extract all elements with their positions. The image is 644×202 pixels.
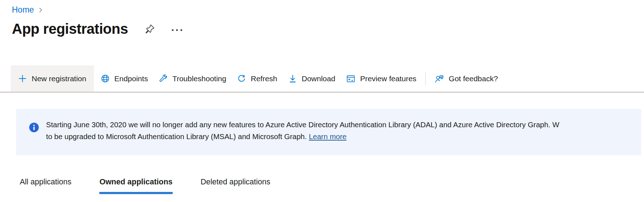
wrench-icon — [159, 74, 168, 83]
feedback-icon — [435, 74, 444, 83]
info-banner: Starting June 30th, 2020 we will no long… — [16, 109, 641, 155]
plus-icon — [18, 74, 27, 83]
download-icon — [288, 74, 297, 83]
tab-all-applications[interactable]: All applications — [20, 178, 71, 194]
got-feedback-button[interactable]: Got feedback? — [429, 65, 503, 92]
learn-more-link[interactable]: Learn more — [309, 132, 346, 141]
banner-line1: Starting June 30th, 2020 we will no long… — [46, 119, 641, 130]
breadcrumb: Home — [12, 5, 44, 15]
refresh-button[interactable]: Refresh — [232, 65, 283, 92]
banner-message: Starting June 30th, 2020 we will no long… — [46, 119, 641, 142]
endpoints-button[interactable]: Endpoints — [95, 65, 153, 92]
command-bar: New registration Endpoints Troubleshooti… — [11, 65, 503, 92]
new-registration-button[interactable]: New registration — [11, 65, 94, 92]
pin-icon[interactable] — [144, 23, 155, 35]
page-title: App registrations — [12, 21, 128, 37]
page-header: App registrations ··· — [12, 21, 184, 37]
info-icon — [29, 122, 39, 133]
troubleshooting-button[interactable]: Troubleshooting — [153, 65, 232, 92]
refresh-icon — [237, 74, 246, 83]
banner-line2: to be upgraded to Microsoft Authenticati… — [46, 130, 641, 142]
chevron-right-icon — [37, 7, 44, 13]
breadcrumb-home-link[interactable]: Home — [12, 5, 34, 15]
toolbar-bottom-divider — [0, 92, 644, 93]
toolbar-divider — [425, 72, 426, 86]
tab-deleted-applications[interactable]: Deleted applications — [201, 178, 271, 194]
globe-icon — [101, 74, 110, 83]
preview-features-button[interactable]: Preview features — [341, 65, 422, 92]
download-button[interactable]: Download — [283, 65, 341, 92]
applications-tabs: All applications Owned applications Dele… — [20, 178, 270, 194]
more-options-icon[interactable]: ··· — [171, 23, 184, 36]
preview-features-icon — [346, 74, 355, 83]
tab-owned-applications[interactable]: Owned applications — [99, 178, 172, 194]
